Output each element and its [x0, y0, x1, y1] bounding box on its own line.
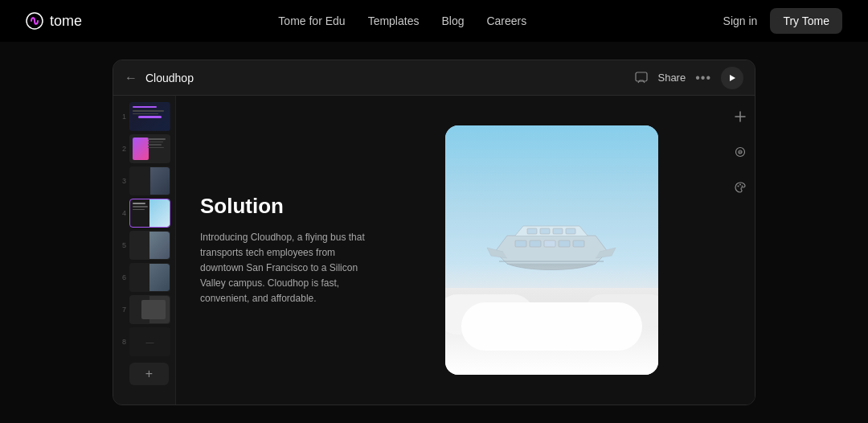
sign-in-button[interactable]: Sign in	[723, 14, 758, 27]
slide-image-section	[401, 125, 702, 375]
document-title[interactable]: Cloudhop	[145, 72, 194, 84]
slide-thumb-6[interactable]	[129, 263, 170, 292]
nav-blog[interactable]: Blog	[441, 14, 464, 27]
slide-number-3: 3	[118, 177, 126, 185]
slide-number-5: 5	[118, 241, 126, 249]
editor-topbar: ← Cloudhop Share •••	[113, 60, 755, 96]
svg-point-19	[742, 186, 743, 187]
svg-rect-5	[553, 228, 563, 234]
more-options-button[interactable]: •••	[695, 71, 711, 85]
slide-title: Solution	[200, 194, 377, 219]
slide-item-6[interactable]: 6	[118, 263, 170, 292]
slide-thumb-4[interactable]	[129, 199, 170, 228]
add-slide-button[interactable]: +	[129, 363, 169, 385]
slide-thumb-1[interactable]	[129, 102, 170, 131]
slides-panel: 1 2	[113, 96, 176, 405]
topbar-left: ← Cloudhop	[125, 71, 194, 85]
svg-rect-6	[566, 228, 575, 234]
nav-templates[interactable]: Templates	[368, 14, 420, 27]
svg-rect-8	[530, 240, 541, 247]
svg-rect-1	[636, 72, 647, 81]
editor-body: 1 2	[113, 96, 755, 405]
slide-canvas: Solution Introducing Cloudhop, a flying …	[176, 96, 726, 405]
svg-rect-9	[544, 240, 555, 247]
nav-actions: Sign in Try Tome	[723, 8, 842, 34]
svg-rect-4	[540, 228, 550, 234]
editor-window: ← Cloudhop Share •••	[113, 60, 755, 405]
back-button[interactable]: ←	[125, 71, 137, 85]
navbar: tome Tome for Edu Templates Blog Careers…	[0, 0, 868, 42]
svg-point-17	[738, 186, 739, 187]
slide-thumb-3[interactable]	[129, 166, 170, 195]
slide-item-8[interactable]: 8	[118, 327, 170, 356]
clouds-layer	[445, 263, 658, 376]
slide-thumb-5[interactable]	[129, 231, 170, 260]
main-area: ← Cloudhop Share •••	[0, 42, 868, 423]
slide-thumb-8[interactable]	[129, 327, 170, 356]
topbar-right: Share •••	[635, 67, 743, 89]
slide-body: Introducing Cloudhop, a flying bus that …	[200, 230, 377, 307]
svg-rect-3	[527, 228, 537, 234]
svg-rect-11	[573, 240, 584, 247]
svg-marker-2	[730, 75, 735, 81]
slide-number-4: 4	[118, 209, 126, 217]
slide-image-card	[445, 125, 658, 375]
slide-number-8: 8	[118, 338, 126, 346]
right-tools-panel	[726, 96, 755, 405]
target-tool-button[interactable]	[729, 141, 751, 163]
slide-item-1[interactable]: 1	[118, 102, 170, 131]
slide-item-2[interactable]: 2	[118, 134, 170, 163]
add-tool-button[interactable]	[729, 105, 751, 128]
tome-logo-icon	[26, 12, 43, 30]
svg-point-18	[739, 184, 741, 186]
chat-icon[interactable]	[635, 72, 648, 84]
slide-item-7[interactable]: 7	[118, 295, 170, 324]
slide-thumb-2[interactable]	[129, 134, 170, 163]
slide-item-3[interactable]: 3	[118, 166, 170, 195]
logo-text: tome	[50, 13, 82, 30]
share-button[interactable]: Share	[657, 72, 686, 84]
slide-canvas-area: Solution Introducing Cloudhop, a flying …	[176, 96, 755, 405]
nav-links: Tome for Edu Templates Blog Careers	[278, 14, 526, 27]
slide-item-5[interactable]: 5	[118, 231, 170, 260]
slide-number-7: 7	[118, 306, 126, 314]
slide-text-section: Solution Introducing Cloudhop, a flying …	[200, 194, 377, 307]
palette-tool-button[interactable]	[729, 176, 751, 199]
nav-careers[interactable]: Careers	[486, 14, 526, 27]
slide-number-1: 1	[118, 113, 126, 121]
slide-item-4[interactable]: 4	[118, 199, 170, 228]
try-tome-button[interactable]: Try Tome	[770, 8, 842, 34]
slide-number-6: 6	[118, 273, 126, 281]
slide-thumb-7[interactable]	[129, 295, 170, 324]
cloud-3	[461, 302, 642, 351]
slide-number-2: 2	[118, 145, 126, 153]
nav-tome-for-edu[interactable]: Tome for Edu	[278, 14, 345, 27]
play-button[interactable]	[721, 67, 743, 89]
svg-rect-7	[515, 240, 526, 247]
logo[interactable]: tome	[26, 12, 82, 30]
svg-rect-10	[559, 240, 570, 247]
svg-point-16	[739, 151, 741, 153]
